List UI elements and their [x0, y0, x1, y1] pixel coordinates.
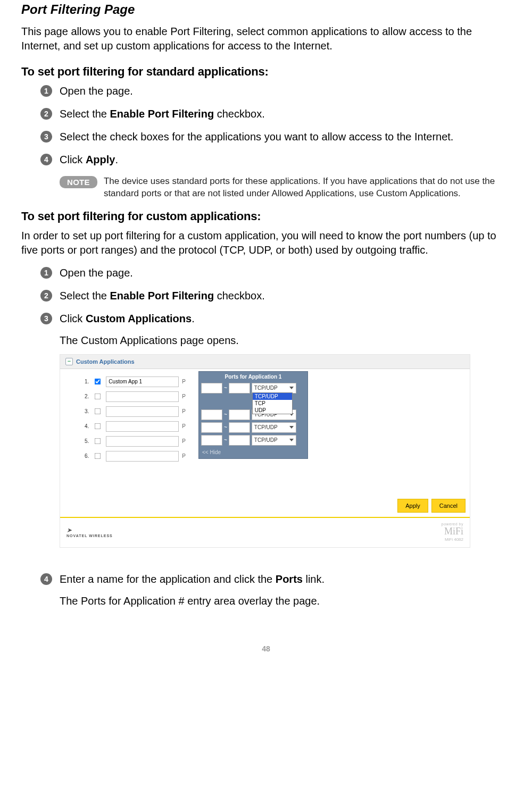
- table-row: 4. P: [85, 419, 180, 434]
- list-item: 4 Enter a name for the application and c…: [40, 572, 511, 587]
- text: link.: [303, 573, 325, 585]
- protocol-value: TCP/UDP: [254, 424, 278, 430]
- page-number: 48: [21, 644, 511, 659]
- text: Click: [60, 313, 86, 324]
- step-text: Enter a name for the application and cli…: [60, 572, 325, 587]
- port-from-input[interactable]: [201, 409, 222, 420]
- app-enable-checkbox[interactable]: [95, 438, 101, 445]
- ports-link[interactable]: P: [182, 423, 186, 429]
- step-text: Open the page.: [60, 266, 133, 280]
- port-from-input[interactable]: [201, 422, 222, 433]
- hide-row: << Hide: [200, 447, 306, 457]
- protocol-value: TCP/UDP: [254, 385, 278, 391]
- text: .: [115, 154, 118, 165]
- section1-steps: 1 Open the page. 2 Select the Enable Por…: [40, 84, 511, 167]
- bold-term: Custom Applications: [86, 313, 192, 324]
- port-to-input[interactable]: [229, 383, 250, 394]
- custom-applications-screenshot: − Custom Applications 1. P 2. P 3.: [60, 354, 470, 548]
- cancel-button[interactable]: Cancel: [431, 499, 466, 513]
- table-row: 6. P: [85, 449, 180, 464]
- note-text: The device uses standard ports for these…: [104, 175, 511, 200]
- text: Select the: [60, 108, 110, 120]
- logo-swoosh-icon: ➤: [66, 526, 113, 534]
- collapse-icon[interactable]: −: [65, 358, 73, 365]
- ports-link[interactable]: P: [182, 453, 186, 459]
- app-enable-checkbox[interactable]: [95, 379, 101, 385]
- section2-heading: To set port filtering for custom applica…: [21, 210, 511, 223]
- ports-overlay-panel: Ports for Application 1 ~ TCP/UDP TCP/UD…: [198, 371, 308, 459]
- table-row: 1. P: [85, 374, 180, 389]
- step-number-icon: 4: [40, 573, 52, 585]
- app-enable-checkbox[interactable]: [95, 453, 101, 459]
- hide-link[interactable]: << Hide: [202, 449, 221, 455]
- step-number-icon: 4: [40, 154, 52, 165]
- bold-term: Ports: [276, 573, 303, 585]
- port-from-input[interactable]: [201, 435, 222, 446]
- range-separator: ~: [224, 437, 227, 443]
- step-text: Click Apply.: [60, 153, 118, 167]
- list-item: 3 Click Custom Applications.: [40, 312, 511, 326]
- protocol-select[interactable]: TCP/UDP: [252, 422, 296, 433]
- app-enable-checkbox[interactable]: [95, 423, 101, 430]
- app-name-input[interactable]: [106, 406, 179, 417]
- port-to-input[interactable]: [229, 409, 250, 420]
- table-row: 5. P: [85, 434, 180, 449]
- app-name-input[interactable]: [106, 391, 179, 402]
- row-number: 4.: [85, 423, 89, 429]
- list-item: 1 Open the page.: [40, 84, 511, 98]
- app-name-input[interactable]: [106, 376, 179, 387]
- step-number-icon: 1: [40, 85, 52, 97]
- ports-link[interactable]: P: [182, 394, 186, 399]
- step-text: Select the Enable Port Filtering checkbo…: [60, 107, 265, 121]
- apply-button[interactable]: Apply: [397, 499, 428, 513]
- mifi-brand-text: MiFi: [442, 526, 463, 537]
- ports-link[interactable]: P: [182, 438, 186, 444]
- app-name-input[interactable]: [106, 436, 179, 447]
- after-step-4-text: The Ports for Application # entry area o…: [60, 595, 511, 607]
- novatel-brand-text: NOVATEL WIRELESS: [66, 534, 113, 538]
- panel-body: 1. P 2. P 3. P 4.: [60, 369, 470, 495]
- bold-term: Enable Port Filtering: [110, 108, 214, 120]
- row-number: 1.: [85, 379, 89, 384]
- panel-header[interactable]: − Custom Applications: [60, 355, 470, 369]
- ports-link[interactable]: P: [182, 379, 186, 384]
- text: checkbox.: [214, 290, 265, 302]
- step-text: Select the Enable Port Filtering checkbo…: [60, 289, 265, 303]
- port-to-input[interactable]: [229, 422, 250, 433]
- app-enable-checkbox[interactable]: [95, 408, 101, 415]
- app-name-input[interactable]: [106, 421, 179, 432]
- ports-link[interactable]: P: [182, 408, 186, 414]
- page-intro: This page allows you to enable Port Filt…: [21, 24, 511, 53]
- after-step-3-text: The Custom Applications page opens.: [60, 334, 511, 347]
- screenshot-footer: ➤ NOVATEL WIRELESS powered by MiFi MiFi …: [60, 518, 470, 547]
- mifi-logo: powered by MiFi MiFi 4082: [442, 522, 463, 542]
- port-from-input[interactable]: [201, 383, 222, 394]
- text: checkbox.: [214, 108, 265, 120]
- step-number-icon: 2: [40, 290, 52, 302]
- port-to-input[interactable]: [229, 435, 250, 446]
- step-number-icon: 1: [40, 267, 52, 279]
- novatel-logo: ➤ NOVATEL WIRELESS: [66, 526, 113, 538]
- chevron-down-icon: [289, 387, 294, 389]
- protocol-dropdown: TCP/UDP TCP UDP: [252, 392, 293, 414]
- dropdown-option[interactable]: TCP/UDP: [253, 393, 292, 400]
- mifi-model-text: MiFi 4082: [442, 537, 463, 542]
- dropdown-option[interactable]: UDP: [253, 407, 292, 414]
- bold-term: Enable Port Filtering: [110, 290, 214, 302]
- panel-title: Custom Applications: [76, 358, 135, 365]
- row-number: 3.: [85, 408, 89, 414]
- text: Enter a name for the application and cli…: [60, 573, 276, 585]
- list-item: 2 Select the Enable Port Filtering check…: [40, 107, 511, 121]
- dropdown-option[interactable]: TCP: [253, 400, 292, 407]
- text: Click: [60, 154, 86, 165]
- note-block: NOTE The device uses standard ports for …: [60, 175, 511, 200]
- port-row: ~ TCP/UDP TCP/UDP TCP UDP: [200, 382, 306, 395]
- step-text: Click Custom Applications.: [60, 312, 195, 326]
- range-separator: ~: [224, 424, 227, 430]
- custom-app-list: 1. P 2. P 3. P 4.: [85, 374, 180, 464]
- powered-by-text: powered by: [442, 522, 463, 526]
- app-enable-checkbox[interactable]: [95, 394, 101, 400]
- app-name-input[interactable]: [106, 451, 179, 462]
- protocol-select[interactable]: TCP/UDP: [252, 435, 296, 446]
- protocol-select[interactable]: TCP/UDP TCP/UDP TCP UDP: [252, 383, 296, 394]
